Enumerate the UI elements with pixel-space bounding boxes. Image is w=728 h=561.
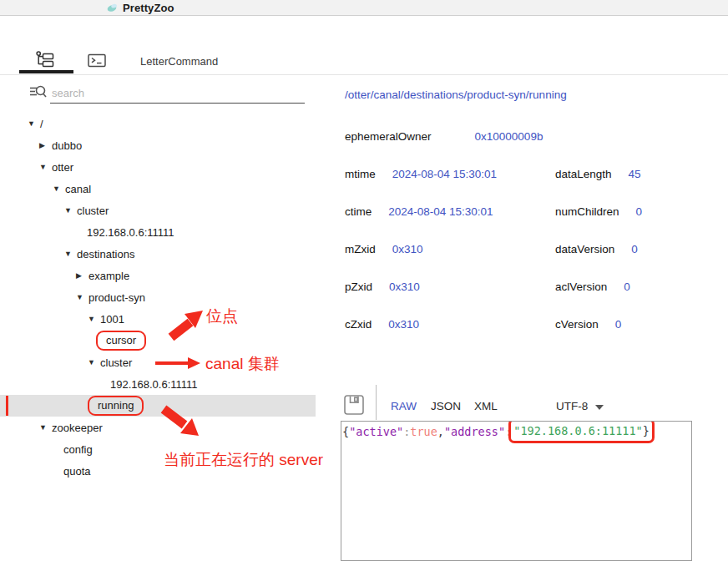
stat-label: ephemeralOwner	[345, 130, 432, 143]
encoding-dropdown[interactable]: UTF-8	[556, 400, 604, 412]
editor-tab-raw[interactable]: RAW	[391, 400, 417, 412]
expand-arrow-icon[interactable]: ▼	[28, 120, 40, 128]
encoding-value: UTF-8	[556, 400, 588, 412]
node-data-editor[interactable]: {"active":true,"address":"192.168.0.6:11…	[341, 421, 692, 561]
tree-item-dubbo[interactable]: ▶dubbo	[0, 134, 316, 156]
tree-item-zookeeper[interactable]: ▼zookeeper	[0, 417, 316, 438]
stat-numchildren: numChildren0	[555, 193, 642, 230]
collapse-arrow-icon[interactable]: ▶	[76, 272, 88, 280]
stat-label: ctime	[345, 205, 372, 218]
toolbar-separator	[376, 385, 377, 420]
tree-item-cursor[interactable]: cursor	[0, 330, 316, 351]
annotation-cluster-note: canal 集群	[205, 353, 280, 375]
code-token-key: "active"	[349, 425, 403, 438]
stat-value: 2024-08-04 15:30:01	[392, 168, 497, 180]
stat-value: 0	[615, 318, 622, 331]
expand-arrow-icon[interactable]: ▼	[39, 164, 52, 171]
tab-letter-command[interactable]: LetterCommand	[140, 55, 218, 68]
expand-arrow-icon[interactable]: ▼	[88, 359, 100, 366]
stat-label: dataLength	[555, 168, 612, 180]
code-token-punct: ,	[437, 425, 444, 438]
stat-value: 0x310	[388, 318, 419, 331]
app-title: PrettyZoo	[123, 2, 174, 14]
tree-item-label: product-syn	[88, 291, 145, 304]
editor-tab-json[interactable]: JSON	[431, 400, 461, 412]
stat-czxid: cZxid0x310	[345, 306, 543, 343]
node-stats-left: ephemeralOwner0x10000009bmtime2024-08-04…	[345, 118, 543, 343]
code-token-key: "address"	[444, 425, 505, 438]
dropdown-caret-icon	[595, 405, 604, 410]
stat-label: aclVersion	[555, 280, 607, 293]
expand-arrow-icon[interactable]: ▼	[64, 250, 77, 258]
stat-value: 0x310	[392, 243, 423, 255]
annotation-cursor-note: 位点	[206, 306, 238, 327]
stat-value: 0	[631, 243, 638, 255]
tree-item-label: /	[40, 118, 43, 130]
stat-label: numChildren	[555, 205, 619, 218]
tree-item-192-168-0-6-11111[interactable]: 192.168.0.6:11111	[0, 221, 316, 243]
tree-item-running[interactable]: running	[0, 395, 316, 417]
code-line: {"active":true,"address":"192.168.0.6:11…	[342, 423, 691, 440]
tree-item-label: running	[88, 396, 144, 416]
tree-item-label: cluster	[77, 205, 109, 217]
expand-arrow-icon[interactable]: ▼	[88, 316, 100, 323]
tree-item-1001[interactable]: ▼1001	[0, 308, 316, 330]
tree-item-cluster[interactable]: ▼cluster	[0, 200, 316, 221]
expand-arrow-icon[interactable]: ▼	[53, 185, 65, 193]
tab-bar-divider	[0, 74, 728, 75]
node-path: /otter/canal/destinations/product-syn/ru…	[345, 88, 567, 101]
tree-item-label: destinations	[77, 248, 134, 260]
terminal-tab-icon	[88, 53, 106, 68]
save-button[interactable]	[342, 393, 366, 417]
tree-item-label: 192.168.0.6:11111	[87, 226, 174, 239]
tab-terminal[interactable]	[85, 52, 109, 68]
stat-mzxid: mZxid0x310	[345, 230, 543, 268]
stat-value: 2024-08-04 15:30:01	[388, 205, 493, 218]
tree-item-root[interactable]: ▼/	[0, 113, 316, 134]
tree-item-label: dubbo	[52, 139, 82, 152]
stat-label: mtime	[345, 168, 376, 180]
stat-label: dataVersion	[555, 243, 614, 255]
expand-arrow-icon[interactable]: ▼	[64, 207, 77, 215]
search-input[interactable]	[50, 83, 305, 104]
tree-view-tab-icon	[35, 51, 55, 68]
stat-dataversion: dataVersion0	[555, 230, 642, 268]
code-token-punct: {	[342, 425, 349, 438]
stat-label: cVersion	[555, 318, 599, 331]
tree-item-192-168-0-6-11111[interactable]: 192.168.0.6:11111	[0, 373, 316, 395]
tree-item-label: quota	[63, 465, 91, 478]
expand-arrow-icon[interactable]: ▼	[39, 424, 52, 432]
collapse-arrow-icon[interactable]: ▶	[39, 142, 52, 149]
tree-item-otter[interactable]: ▼otter	[0, 156, 316, 178]
save-icon	[343, 394, 365, 416]
tree-item-product-syn[interactable]: ▼product-syn	[0, 286, 316, 308]
tree-item-label: cluster	[100, 356, 132, 369]
window-title-bar: PrettyZoo	[0, 0, 728, 16]
editor-tab-xml[interactable]: XML	[474, 400, 498, 412]
stat-value: 45	[629, 168, 641, 180]
stat-ctime: ctime2024-08-04 15:30:01	[345, 193, 543, 230]
tree-item-canal[interactable]: ▼canal	[0, 178, 316, 200]
tree-item-label: 1001	[100, 313, 124, 326]
stat-datalength: dataLength45	[555, 155, 642, 193]
tab-tree-view[interactable]	[32, 48, 58, 70]
stat-aclversion: aclVersion0	[555, 268, 642, 306]
stat-label: pZxid	[345, 280, 372, 293]
expand-arrow-icon[interactable]: ▼	[76, 294, 88, 301]
code-token-str: "192.168.0.6:11111"	[513, 424, 642, 437]
tree-item-label: example	[88, 270, 129, 282]
stat-value: 0x310	[389, 280, 420, 293]
tree: ▼/▶dubbo▼otter▼canal▼cluster192.168.0.6:…	[0, 113, 316, 482]
tree-item-example[interactable]: ▶example	[0, 265, 316, 286]
code-token-punct: }	[643, 424, 650, 437]
tree-item-destinations[interactable]: ▼destinations	[0, 243, 316, 265]
code-token-bool: true	[410, 425, 437, 438]
tree-item-label: zookeeper	[52, 422, 103, 434]
stat-cversion: cVersion0	[555, 306, 642, 343]
selected-row-accent-bar	[6, 396, 8, 416]
stat-mtime: mtime2024-08-04 15:30:01	[345, 155, 543, 193]
annotation-running-note: 当前正在运行的 server	[164, 449, 323, 471]
stat-value: 0	[624, 280, 630, 293]
annotation-code-highlight-box: "192.168.0.6:11111"}	[508, 421, 655, 443]
tree-item-label: cursor	[96, 331, 146, 351]
